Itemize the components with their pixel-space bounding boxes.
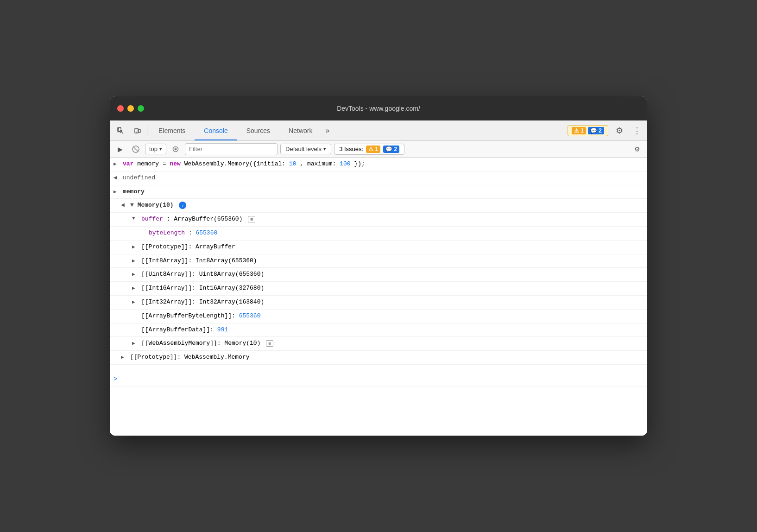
info-badge: 💬 2 xyxy=(588,127,604,134)
console-info-badge: 💬 2 xyxy=(383,146,399,153)
more-options-button[interactable]: ⋮ xyxy=(631,124,643,137)
expand-prototype-wasm[interactable]: ▶ xyxy=(121,353,127,362)
info-icon[interactable]: i xyxy=(179,202,186,209)
svg-rect-2 xyxy=(139,129,140,133)
warning-badge: ⚠ 1 xyxy=(572,127,586,134)
expand-uint8[interactable]: ▶ xyxy=(132,270,139,279)
console-line-uint8: ▶ [[Uint8Array]]: Uint8Array(655360) xyxy=(110,268,647,282)
expand-arrow-memory[interactable]: ▶ xyxy=(114,187,120,196)
console-line-memory-obj: ◀ ▼ Memory(10) i xyxy=(110,199,647,213)
console-line-buffer: ▼ buffer : ArrayBuffer(655360) ⊞ xyxy=(110,213,647,227)
traffic-lights xyxy=(117,105,144,112)
console-line-wasm-memory: ▶ [[WebAssemblyMemory]]: Memory(10) ⊞ xyxy=(110,337,647,351)
console-prompt-line[interactable]: > xyxy=(110,372,647,386)
devtools-window: DevTools - www.google.com/ xyxy=(110,96,647,436)
db-icon[interactable]: ⊞ xyxy=(248,216,255,222)
bytelength-val: 655360 xyxy=(196,229,217,236)
settings-button[interactable]: ⚙ xyxy=(612,123,627,138)
toolbar-left xyxy=(114,123,145,138)
memory-label: memory xyxy=(123,188,145,195)
undefined-value: undefined xyxy=(123,174,155,181)
ab-bytelength-val: 655360 xyxy=(239,312,261,319)
console-line-bytelength: byteLength : 655360 xyxy=(110,227,647,241)
console-prompt: > xyxy=(114,374,120,384)
console-warning-badge: ⚠ 1 xyxy=(366,146,380,153)
console-line-1: ▶ var memory = new WebAssembly.Memory({i… xyxy=(110,158,647,171)
console-line-2: ◀ undefined xyxy=(110,171,647,185)
issues-button[interactable]: ⚠ 1 💬 2 xyxy=(568,125,608,136)
expand-int32[interactable]: ▶ xyxy=(132,298,139,307)
expand-arrow[interactable]: ▶ xyxy=(114,159,120,169)
svg-line-5 xyxy=(133,147,138,152)
console-line-3: ▶ memory xyxy=(110,185,647,199)
number-100: 100 xyxy=(340,160,350,167)
titlebar: DevTools - www.google.com/ xyxy=(110,96,647,120)
inspect-element-button[interactable] xyxy=(114,123,128,138)
expand-prototype-ab[interactable]: ▶ xyxy=(132,242,139,252)
close-button[interactable] xyxy=(117,105,124,112)
chevron-down-icon: ▾ xyxy=(323,146,326,152)
tab-sources[interactable]: Sources xyxy=(237,120,279,140)
expand-int16[interactable]: ▶ xyxy=(132,284,139,293)
execute-button[interactable]: ▶ xyxy=(114,143,126,156)
live-expressions-button[interactable] xyxy=(169,143,182,156)
console-toolbar: ▶ top ▾ Default levels ▾ 3 Issues: ⚠ xyxy=(110,141,647,158)
collapse-arrow-buffer[interactable]: ▼ xyxy=(132,215,139,223)
console-line-prototype-ab: ▶ [[Prototype]]: ArrayBuffer xyxy=(110,241,647,254)
toolbar-right: ⚠ 1 💬 2 ⚙ ⋮ xyxy=(568,123,643,138)
device-toolbar-button[interactable] xyxy=(130,123,145,138)
db-icon-wasm[interactable]: ⊞ xyxy=(266,340,273,347)
more-icon: ⋮ xyxy=(633,126,641,136)
gear-icon: ⚙ xyxy=(634,146,640,153)
tab-network[interactable]: Network xyxy=(279,120,322,140)
window-title: DevTools - www.google.com/ xyxy=(337,105,420,112)
back-arrow-memory: ◀ xyxy=(121,201,127,210)
tab-console[interactable]: Console xyxy=(195,120,237,140)
console-line-int8: ▶ [[Int8Array]]: Int8Array(655360) xyxy=(110,254,647,268)
keyword-var: var xyxy=(123,160,133,167)
console-line-ab-bytelength: [[ArrayBufferByteLength]]: 655360 xyxy=(110,310,647,323)
console-line-prototype-wasm: ▶ [[Prototype]]: WebAssembly.Memory xyxy=(110,351,647,365)
tab-elements[interactable]: Elements xyxy=(149,120,195,140)
execute-icon: ▶ xyxy=(118,146,123,153)
tab-bar: Elements Console Sources Network » xyxy=(149,120,568,140)
console-content: ▶ var memory = new WebAssembly.Memory({i… xyxy=(110,158,647,436)
more-tabs-button[interactable]: » xyxy=(322,120,333,140)
console-issues-count[interactable]: 3 Issues: ⚠ 1 💬 2 xyxy=(334,144,404,155)
console-line-content: var memory = new WebAssembly.Memory({ini… xyxy=(123,159,643,169)
toolbar-divider xyxy=(147,125,147,136)
buffer-key: buffer xyxy=(141,215,163,222)
context-label: top xyxy=(149,146,158,152)
chevron-down-icon: ▾ xyxy=(159,146,162,152)
output-arrow: ◀ xyxy=(114,173,120,183)
console-line-int32: ▶ [[Int32Array]]: Int32Array(163840) xyxy=(110,296,647,310)
main-toolbar: Elements Console Sources Network » ⚠ 1 💬 xyxy=(110,120,647,141)
filter-input[interactable] xyxy=(185,143,278,155)
maximize-button[interactable] xyxy=(138,105,144,112)
memory-obj-label: Memory(10) xyxy=(138,202,174,209)
console-line-int16: ▶ [[Int16Array]]: Int16Array(327680) xyxy=(110,282,647,296)
svg-point-7 xyxy=(175,148,177,150)
context-selector[interactable]: top ▾ xyxy=(145,144,166,154)
console-settings-button[interactable]: ⚙ xyxy=(631,143,643,156)
keyword-new: new xyxy=(170,160,180,167)
expand-int8[interactable]: ▶ xyxy=(132,256,139,266)
default-levels-selector[interactable]: Default levels ▾ xyxy=(280,144,331,154)
minimize-button[interactable] xyxy=(127,105,134,112)
clear-console-button[interactable] xyxy=(129,143,142,156)
ab-data-val: 991 xyxy=(217,326,228,333)
bytelength-key: byteLength xyxy=(149,229,185,236)
gear-icon: ⚙ xyxy=(616,126,623,136)
console-line-ab-data: [[ArrayBufferData]]: 991 xyxy=(110,323,647,337)
expand-wasm-memory[interactable]: ▶ xyxy=(132,339,139,348)
number-10: 10 xyxy=(289,160,296,167)
